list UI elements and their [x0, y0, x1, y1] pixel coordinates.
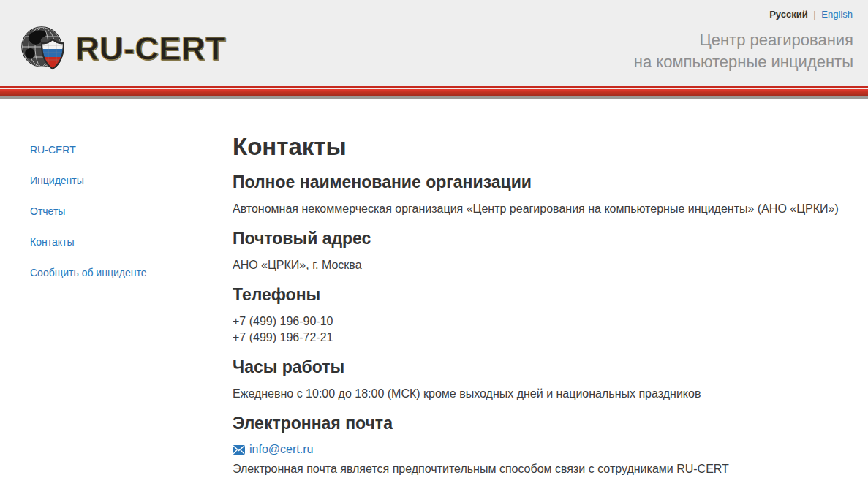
red-divider — [0, 86, 868, 99]
lang-separator: | — [813, 9, 815, 20]
logo-text: RU-CERT — [75, 32, 226, 65]
sidebar-item-reports[interactable]: Отчеты — [30, 205, 203, 218]
section-heading: Телефоны — [233, 284, 839, 305]
page: Русский | English — [0, 0, 868, 486]
tagline-line-2: на компьютерные инциденты — [634, 51, 853, 73]
section-org-name: Полное наименование организации Автономн… — [233, 172, 839, 217]
sidebar-item-rucert[interactable]: RU-CERT — [30, 144, 203, 156]
section-phones: Телефоны +7 (499) 196-90-10 +7 (499) 196… — [233, 284, 839, 346]
language-switcher: Русский | English — [769, 9, 853, 20]
section-heading: Почтовый адрес — [233, 228, 839, 248]
org-name-text: Автономная некоммерческая организация «Ц… — [233, 201, 839, 217]
section-heading: Электронная почта — [233, 413, 839, 433]
lang-current-russian: Русский — [769, 9, 808, 20]
postal-address-text: АНО «ЦРКИ», г. Москва — [233, 257, 839, 273]
sidebar-item-report-incident[interactable]: Сообщить об инциденте — [30, 267, 203, 279]
sidebar-item-incidents[interactable]: Инциденты — [30, 175, 203, 187]
mail-icon — [233, 445, 245, 455]
section-postal-address: Почтовый адрес АНО «ЦРКИ», г. Москва — [233, 228, 839, 273]
section-working-hours: Часы работы Ежедневно с 10:00 до 18:00 (… — [233, 357, 839, 402]
phone-number: +7 (499) 196-90-10 — [233, 314, 839, 330]
divider-red-band — [0, 89, 868, 96]
section-heading: Полное наименование организации — [233, 172, 839, 192]
sidebar: RU-CERT Инциденты Отчеты Контакты Сообщи… — [0, 99, 203, 297]
header: Русский | English — [0, 0, 868, 86]
lang-english-link[interactable]: English — [821, 9, 853, 20]
working-hours-text: Ежедневно с 10:00 до 18:00 (МСК) кроме в… — [233, 386, 839, 402]
sidebar-item-contacts[interactable]: Контакты — [30, 236, 203, 248]
email-row: info@cert.ru — [233, 442, 839, 457]
logo[interactable]: RU-CERT — [20, 25, 226, 72]
content-area: RU-CERT Инциденты Отчеты Контакты Сообщи… — [0, 99, 868, 486]
email-link[interactable]: info@cert.ru — [249, 442, 313, 457]
main-content: Контакты Полное наименование организации… — [233, 99, 861, 477]
email-note-text: Электронная почта является предпочтитель… — [233, 461, 839, 477]
site-tagline: Центр реагирования на компьютерные инцид… — [634, 29, 853, 73]
tagline-line-1: Центр реагирования — [634, 29, 853, 51]
section-email: Электронная почта info@cert.ru Электронн… — [233, 413, 839, 477]
page-title: Контакты — [233, 133, 839, 161]
phone-number: +7 (499) 196-72-21 — [233, 330, 839, 346]
section-heading: Часы работы — [233, 357, 839, 377]
globe-shield-logo-icon — [20, 25, 69, 72]
